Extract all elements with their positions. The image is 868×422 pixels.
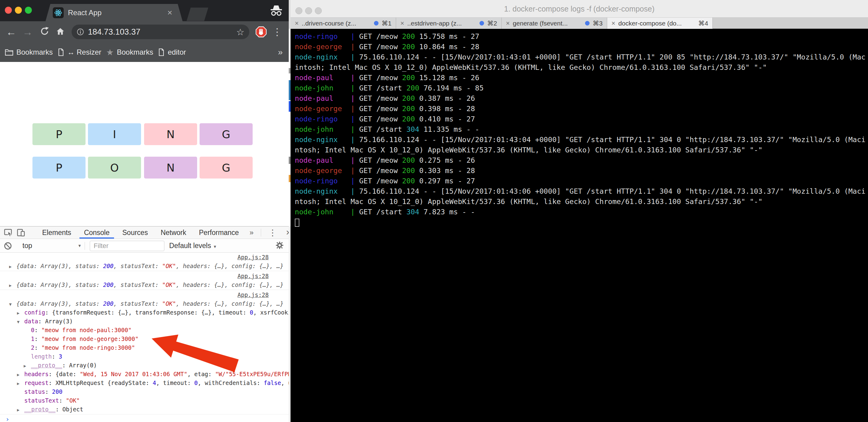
devtools-tab-console[interactable]: Console [78, 226, 116, 238]
terminal-log-line: node-paul | GET /meow 200 0.387 ms - 26 [295, 93, 868, 104]
page-icon [58, 48, 64, 56]
terminal-log-line: node-george | GET /meow 200 10.864 ms - … [295, 41, 868, 52]
disclosure-triangle-icon[interactable]: ▶ [17, 379, 24, 387]
terminal-tab[interactable]: ×..driven-course (z...⌘1 [290, 18, 396, 29]
devtools-panel: ElementsConsoleSourcesNetworkPerformance… [0, 226, 289, 422]
tab-shortcut: ⌘2 [487, 20, 497, 27]
console-filter-input[interactable] [90, 241, 164, 251]
letter-box: O [88, 157, 141, 178]
bookmark-label: Bookmarks [117, 48, 153, 56]
console-object-preview: ▶{data: Array(3), status: 200, statusTex… [0, 262, 289, 271]
bookmark-star-icon[interactable]: ☆ [236, 27, 244, 37]
object-preview-text: {data: Array(3), status: 200, statusText… [17, 300, 284, 307]
window-controls [5, 7, 32, 13]
console-object-preview: ▶{data: Array(3), status: 200, statusTex… [0, 281, 289, 289]
screenshot-root: React App × ← → [0, 0, 868, 422]
tab-close-icon[interactable]: × [167, 8, 172, 18]
tab-title: React App [68, 8, 167, 17]
devtools-tab-performance[interactable]: Performance [193, 226, 245, 238]
bookmark-item[interactable]: editor [158, 48, 186, 56]
bookmark-label: editor [168, 48, 186, 56]
browser-menu-icon[interactable]: ⋮ [272, 26, 282, 38]
clear-console-icon[interactable] [4, 242, 12, 250]
letter-box: P [32, 157, 86, 178]
minimize-window-button[interactable] [15, 7, 22, 13]
disclosure-triangle-icon[interactable]: ▶ [17, 405, 24, 414]
terminal-log-line: node-john | GET /start 304 7.823 ms - - [295, 207, 868, 217]
forward-button[interactable]: → [23, 27, 33, 37]
terminal-tab-label: ..driven-course (z... [302, 20, 371, 27]
disclosure-triangle-icon[interactable]: ▶ [9, 262, 17, 271]
tab-close-icon[interactable]: × [295, 20, 299, 27]
activity-dot [585, 21, 590, 26]
console-tree-row: 0: "meow from node-paul:3000" [0, 326, 289, 335]
device-toolbar-icon[interactable] [17, 228, 26, 237]
gear-icon[interactable] [275, 241, 284, 251]
adblock-extension-icon[interactable] [255, 26, 267, 38]
more-tabs-chevron[interactable]: » [245, 228, 258, 237]
object-preview-text: {data: Array(3), status: 200, statusText… [17, 281, 284, 288]
devtools-tab-sources[interactable]: Sources [116, 226, 154, 238]
page-info-icon[interactable] [76, 28, 84, 36]
devtools-tab-network[interactable]: Network [154, 226, 193, 238]
inspect-element-icon[interactable] [4, 228, 13, 237]
bookmark-item[interactable]: Bookmarks [5, 48, 53, 56]
disclosure-triangle-icon[interactable]: ▶ [17, 309, 24, 317]
tab-close-icon[interactable]: × [400, 20, 404, 27]
disclosure-triangle-icon[interactable]: ▼ [9, 300, 17, 308]
close-window-button[interactable] [5, 7, 12, 13]
url-text[interactable]: 184.73.103.37 [88, 27, 236, 37]
letter-box: N [144, 123, 197, 145]
folder-icon [5, 49, 13, 56]
console-tree-row: ▶__proto__: Object [0, 405, 289, 414]
chevron-down-icon[interactable]: ▼ [78, 244, 82, 248]
console-row: App.js:28 [0, 290, 289, 299]
disclosure-triangle-icon[interactable]: ▼ [17, 317, 24, 326]
devtools-tab-elements[interactable]: Elements [36, 226, 78, 238]
console-tree-row: ▶config: {transformRequest: {…}, transfo… [0, 308, 289, 317]
letter-box: G [199, 157, 253, 178]
tab-shortcut: ⌘4 [698, 20, 708, 27]
disclosure-triangle-icon[interactable]: ▶ [17, 370, 24, 378]
tab-close-icon[interactable]: × [506, 20, 510, 27]
browser-tab[interactable]: React App × [45, 4, 183, 21]
console-tree-row: ▶headers: {date: "Wed, 15 Nov 2017 01:43… [0, 370, 289, 378]
console-prompt[interactable]: › [0, 415, 289, 422]
home-button[interactable] [56, 27, 65, 37]
disclosure-triangle-icon[interactable]: ▶ [24, 362, 31, 370]
terminal-log-line: ntosh; Intel Mac OS X 10_12_0) AppleWebK… [295, 145, 868, 155]
terminal-titlebar: 1. docker-compose logs -f (docker-compos… [290, 0, 868, 18]
reload-button[interactable] [40, 27, 49, 37]
browser-window: React App × ← → [0, 0, 289, 422]
console-tree-row: ▼data: Array(3) [0, 317, 289, 326]
console-context-select[interactable]: top [23, 242, 32, 250]
devtools-menu-icon[interactable]: ⋮ [264, 228, 281, 238]
browser-toolbar: ← → 184.73.103.37 ☆ [0, 21, 289, 43]
back-button[interactable]: ← [6, 27, 17, 37]
address-bar[interactable]: 184.73.103.37 ☆ [71, 25, 249, 39]
disclosure-triangle-icon[interactable]: ▶ [9, 281, 17, 289]
log-levels-select[interactable]: Default levels ▼ [169, 242, 217, 250]
new-tab-button[interactable] [187, 7, 208, 21]
terminal-tab[interactable]: ×generate (fsevent...⌘3 [502, 18, 607, 29]
star-icon: ★ [106, 47, 114, 57]
source-link[interactable]: App.js:28 [238, 291, 269, 298]
letter-box: I [88, 123, 141, 145]
console-row: App.js:28 [0, 253, 289, 262]
terminal-tab-label: ..estdriven-app (z... [407, 20, 476, 27]
source-link[interactable]: App.js:28 [238, 273, 269, 279]
terminal-tab[interactable]: ×..estdriven-app (z...⌘2 [396, 18, 502, 29]
bookmarks-overflow-chevron[interactable]: » [278, 47, 283, 57]
source-link[interactable]: App.js:28 [238, 254, 269, 260]
terminal-tab[interactable]: ×docker-compose (do...⌘4 [607, 18, 713, 29]
console-tree-row: length: 3 [0, 352, 289, 361]
activity-dot [374, 21, 378, 26]
terminal-log-line: node-george | GET /meow 200 0.398 ms - 2… [295, 104, 868, 114]
console-tree-row: statusText: "OK" [0, 396, 289, 405]
zoom-window-button[interactable] [25, 7, 32, 13]
bookmark-item[interactable]: ↔ Resizer [58, 48, 101, 56]
terminal-log-line: intosh; Intel Mac OS X 10_12_0) AppleWeb… [295, 62, 868, 73]
console-entry-separator [0, 290, 289, 290]
tab-close-icon[interactable]: × [612, 20, 615, 27]
bookmark-item[interactable]: ★Bookmarks [106, 47, 153, 57]
